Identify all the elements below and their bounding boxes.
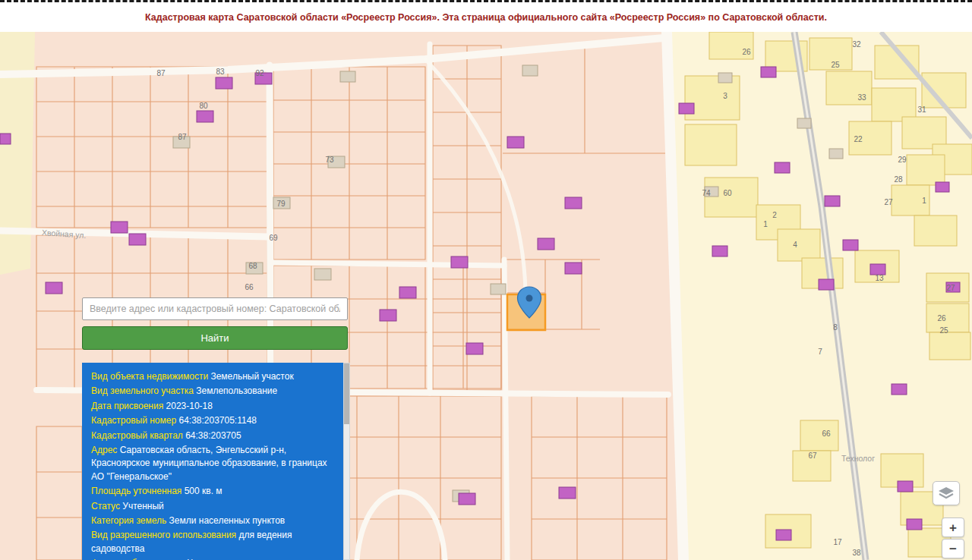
layers-button[interactable]: [933, 481, 960, 505]
info-row: Кадастровый номер 64:38:203705:1148: [91, 414, 334, 427]
info-panel-rows: Вид объекта недвижимости Земельный участ…: [91, 370, 334, 560]
layers-icon: [939, 487, 954, 500]
search-button[interactable]: Найти: [82, 326, 348, 350]
left-yellow-strip: [0, 32, 35, 275]
map-container[interactable]: 8783928087737969686626253233331222928746…: [0, 32, 972, 560]
info-row: Статус Учтенный: [91, 500, 334, 513]
zoom-in-button[interactable]: +: [942, 518, 964, 537]
zoom-out-button[interactable]: −: [942, 539, 964, 558]
info-panel: Вид объекта недвижимости Земельный участ…: [82, 363, 343, 560]
info-row: Форма собственности Частная: [91, 557, 334, 560]
info-row: Адрес Саратовская область, Энгельсский р…: [91, 444, 334, 483]
page-title: Кадастровая карта Саратовской области «Р…: [145, 12, 827, 23]
info-row: Дата присвоения 2023-10-18: [91, 400, 334, 413]
info-row: Вид разрешенного использования для веден…: [91, 529, 334, 555]
info-panel-scrollbar[interactable]: [343, 363, 350, 560]
info-row: Категория земель Земли населенных пункто…: [91, 514, 334, 527]
info-row: Площадь уточненная 500 кв. м: [91, 485, 334, 498]
info-row: Кадастровый квартал 64:38:203705: [91, 429, 334, 442]
info-row: Вид объекта недвижимости Земельный участ…: [91, 370, 334, 383]
search-input[interactable]: [82, 297, 348, 320]
header: Кадастровая карта Саратовской области «Р…: [0, 0, 972, 32]
info-row: Вид земельного участка Землепользование: [91, 385, 334, 398]
scrollbar-thumb[interactable]: [344, 363, 349, 424]
page: Кадастровая карта Саратовской области «Р…: [0, 0, 972, 560]
